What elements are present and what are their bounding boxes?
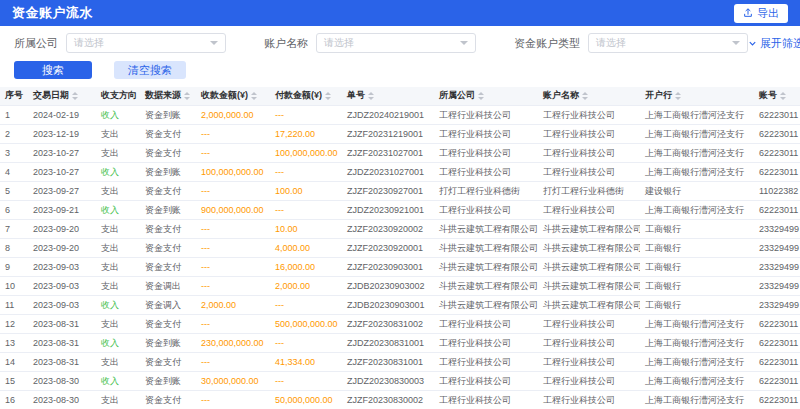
cell-company: 工程行业科技公司 — [434, 162, 538, 181]
sort-icon[interactable] — [184, 89, 190, 103]
column-header-bank[interactable]: 开户行 — [640, 87, 754, 105]
export-button[interactable]: 导出 — [734, 4, 788, 23]
sort-icon[interactable] — [675, 89, 681, 103]
table-row: 22023-12-19支出资金支付---17,220.00ZJZF2023121… — [0, 124, 800, 143]
cell-account-no: 62223011 — [754, 371, 800, 390]
cell-company: 斗拱云建筑工程有限公司 — [434, 238, 538, 257]
page-title: 资金账户流水 — [12, 4, 93, 22]
table-row: 32023-10-27支出资金支付---100,000,000.00ZJZF20… — [0, 143, 800, 162]
cell-account-no: 62223011 — [754, 143, 800, 162]
cell-received: 100,000,000.00 — [196, 162, 270, 181]
column-label: 单号 — [347, 90, 365, 100]
sort-icon[interactable] — [368, 89, 374, 103]
chevron-down-icon — [732, 41, 740, 49]
column-header-company[interactable]: 所属公司 — [434, 87, 538, 105]
column-header-order[interactable]: 单号 — [342, 87, 434, 105]
cell-account-no: 62223011 — [754, 352, 800, 371]
sort-icon[interactable] — [72, 89, 78, 103]
cell-order: ZJDZ20230921001 — [342, 200, 434, 219]
cell-date: 2023-09-03 — [28, 295, 96, 314]
cell-account-name: 工程行业科技公司 — [538, 143, 640, 162]
cell-account-name: 工程行业科技公司 — [538, 124, 640, 143]
company-filter-select[interactable]: 请选择 — [66, 33, 226, 53]
cell-paid: 4,000.00 — [270, 238, 342, 257]
cell-company: 工程行业科技公司 — [434, 333, 538, 352]
cell-direction: 支出 — [96, 181, 140, 200]
sort-icon[interactable] — [251, 89, 257, 103]
table-header-row: 序号交易日期收支方向数据来源收款金额(¥)付款金额(¥)单号所属公司账户名称开户… — [0, 87, 800, 105]
search-button[interactable]: 搜索 — [14, 61, 92, 79]
sort-icon[interactable] — [478, 89, 484, 103]
column-header-paid[interactable]: 付款金额(¥) — [270, 87, 342, 105]
cell-index: 5 — [0, 181, 28, 200]
cell-account-no: 62223011 — [754, 162, 800, 181]
column-header-date[interactable]: 交易日期 — [28, 87, 96, 105]
table-row: 112023-09-03收入资金调入2,000.00---ZJDB2023090… — [0, 295, 800, 314]
column-header-received[interactable]: 收款金额(¥) — [196, 87, 270, 105]
sort-icon[interactable] — [325, 89, 331, 103]
cell-company: 工程行业科技公司 — [434, 371, 538, 390]
cell-direction: 支出 — [96, 314, 140, 333]
cell-received: --- — [196, 314, 270, 333]
cell-index: 6 — [0, 200, 28, 219]
table-row: 82023-09-20支出资金支付---4,000.00ZJZF20230920… — [0, 238, 800, 257]
account-name-filter-placeholder: 请选择 — [324, 36, 354, 50]
cell-direction: 收入 — [96, 162, 140, 181]
account-name-filter-select[interactable]: 请选择 — [316, 33, 476, 53]
cell-index: 3 — [0, 143, 28, 162]
account-type-filter-field: 资金账户类型 请选择 — [514, 33, 748, 53]
cell-direction: 支出 — [96, 143, 140, 162]
cell-date: 2023-10-27 — [28, 162, 96, 181]
cell-order: ZJDZ20230830003 — [342, 371, 434, 390]
cell-bank: 上海工商银行漕河泾支行 — [640, 124, 754, 143]
cell-account-no: 23329499 — [754, 238, 800, 257]
filter-row: 所属公司 请选择 账户名称 请选择 资金账户类型 请选择 展开筛选 — [14, 33, 786, 53]
table-row: 42023-10-27收入资金到账100,000,000.00---ZJDZ20… — [0, 162, 800, 181]
clear-search-button[interactable]: 清空搜索 — [114, 61, 186, 79]
cell-received: 900,000,000.00 — [196, 200, 270, 219]
cell-order: ZJDZ20240219001 — [342, 105, 434, 124]
account-type-filter-placeholder: 请选择 — [596, 36, 626, 50]
cell-account-name: 斗拱云建筑工程有限公司 — [538, 238, 640, 257]
column-label: 交易日期 — [33, 90, 69, 100]
cell-bank: 上海工商银行漕河泾支行 — [640, 200, 754, 219]
cell-paid: --- — [270, 295, 342, 314]
cell-source: 资金到账 — [140, 200, 196, 219]
cell-bank: 工商银行 — [640, 257, 754, 276]
cell-paid: 10.00 — [270, 219, 342, 238]
column-header-source[interactable]: 数据来源 — [140, 87, 196, 105]
sort-icon[interactable] — [582, 89, 588, 103]
cell-date: 2023-08-31 — [28, 352, 96, 371]
column-header-account-no[interactable]: 账号 — [754, 87, 800, 105]
cell-date: 2023-09-21 — [28, 200, 96, 219]
cell-source: 资金支付 — [140, 238, 196, 257]
cell-order: ZJZF20230920002 — [342, 219, 434, 238]
cell-account-no: 23329499 — [754, 295, 800, 314]
cell-date: 2023-08-30 — [28, 371, 96, 390]
table-row: 132023-08-31收入资金到账230,000,000.00---ZJDZ2… — [0, 333, 800, 352]
cell-index: 12 — [0, 314, 28, 333]
cell-date: 2023-09-03 — [28, 276, 96, 295]
column-header-account-name[interactable]: 账户名称 — [538, 87, 640, 105]
topbar: 资金账户流水 导出 — [0, 0, 800, 26]
cell-order: ZJDB20230903002 — [342, 276, 434, 295]
table-row: 162023-08-30支出资金支付---50,000,000.00ZJZF20… — [0, 390, 800, 409]
cell-index: 1 — [0, 105, 28, 124]
cell-account-no: 23329499 — [754, 276, 800, 295]
table-body: 12024-02-19收入资金到账2,000,000.00---ZJDZ2024… — [0, 105, 800, 409]
column-label: 账号 — [759, 90, 777, 100]
cell-paid: 100.00 — [270, 181, 342, 200]
expand-filter-link[interactable]: 展开筛选 — [748, 36, 800, 51]
column-label: 数据来源 — [145, 90, 181, 100]
cell-bank: 上海工商银行漕河泾支行 — [640, 371, 754, 390]
cell-company: 工程行业科技公司 — [434, 105, 538, 124]
sort-icon[interactable] — [780, 89, 786, 103]
cell-account-name: 工程行业科技公司 — [538, 371, 640, 390]
cell-source: 资金支付 — [140, 219, 196, 238]
account-type-filter-select[interactable]: 请选择 — [588, 33, 748, 53]
cell-source: 资金到账 — [140, 105, 196, 124]
column-label: 收支方向 — [101, 90, 137, 100]
cell-direction: 收入 — [96, 105, 140, 124]
column-header-direction[interactable]: 收支方向 — [96, 87, 140, 105]
cell-date: 2023-10-27 — [28, 143, 96, 162]
